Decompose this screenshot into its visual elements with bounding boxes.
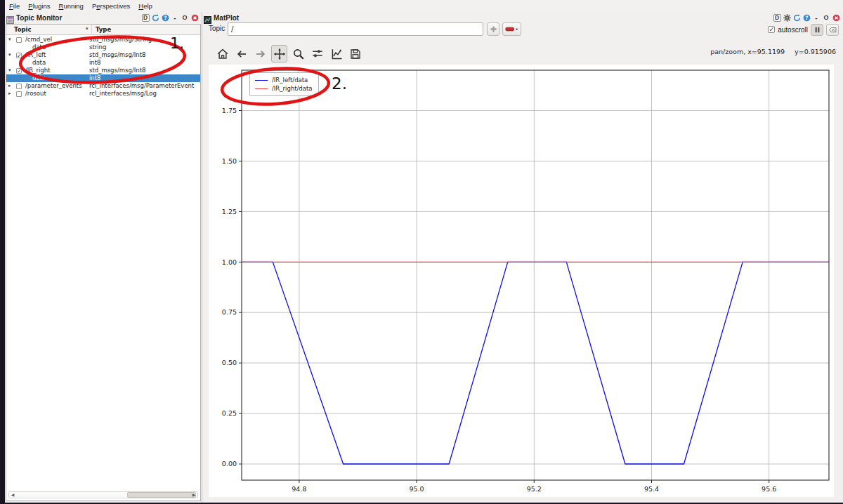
topic-monitor-titlebar: Topic Monitor D?-O — [5, 12, 202, 24]
topic-field-label: Topic — [209, 25, 225, 32]
matplot-topic-row: Topic ✓ autoscroll — [202, 22, 843, 37]
scrollbar-thumb[interactable] — [127, 492, 196, 498]
svg-text:1.00: 1.00 — [222, 258, 237, 266]
matplot-d-badge[interactable]: D — [773, 13, 781, 22]
menu-help[interactable]: Help — [134, 0, 157, 12]
horizontal-scrollbar[interactable]: ◀ ▶ — [8, 491, 198, 498]
matplot-minimize-icon[interactable]: - — [812, 13, 821, 22]
matplot-reload-icon[interactable] — [792, 13, 801, 22]
topic-tree-header[interactable]: Topic ▾ Type — [6, 25, 200, 35]
matplot-help-icon[interactable]: ? — [802, 13, 811, 22]
clear-button[interactable] — [826, 24, 839, 36]
legend-label: /IR_right/data — [272, 85, 313, 92]
tree-row-rosout[interactable]: ▸/rosoutrcl_interfaces/msg/Log — [6, 90, 200, 98]
svg-text:1.50: 1.50 — [222, 157, 237, 165]
plot-canvas[interactable]: 94.895.095.295.495.60.000.250.500.751.00… — [209, 65, 834, 497]
svg-text:95.0: 95.0 — [410, 485, 424, 493]
back-button[interactable] — [233, 45, 249, 62]
matplot-close-icon[interactable] — [832, 13, 840, 22]
autoscroll-checkbox[interactable]: ✓ — [768, 26, 775, 33]
topic-name: data — [32, 74, 46, 82]
topic-monitor-panel: Topic Monitor D?-O Topic ▾ Type ▾/cmd_ve… — [5, 12, 202, 503]
legend-entry: /IR_right/data — [255, 84, 313, 93]
rqt-window: FilePluginsRunningPerspectivesHelp Topic… — [5, 0, 843, 503]
column-header-type[interactable]: Type — [96, 26, 111, 33]
svg-text:?: ? — [805, 15, 808, 21]
annotation-label-2: 2. — [332, 74, 347, 93]
svg-text:0.00: 0.00 — [222, 460, 237, 467]
forward-button[interactable] — [252, 45, 268, 62]
topic-checkbox[interactable] — [16, 91, 22, 97]
subplots-button[interactable] — [309, 45, 325, 62]
topic-input[interactable] — [228, 22, 483, 36]
topic-monitor-minimize-icon[interactable]: - — [171, 13, 179, 22]
add-topic-button[interactable] — [487, 22, 499, 36]
matplot-plugin-icon — [204, 14, 211, 22]
save-button[interactable] — [347, 45, 363, 62]
matplot-settings-gear-icon[interactable] — [783, 13, 791, 22]
matplot-panel: MatPlot D?-O Topic ✓ autoscroll — [202, 12, 843, 503]
tree-row-IR_left[interactable]: ▾✓/IR_leftstd_msgs/msg/Int8 — [6, 51, 200, 59]
menu-perspectives[interactable]: Perspectives — [88, 0, 134, 12]
autoscroll-group: ✓ autoscroll — [768, 22, 839, 37]
menu-file[interactable]: File — [5, 0, 24, 12]
topic-type: std_msgs/msg/Int8 — [89, 51, 145, 59]
svg-text:1.25: 1.25 — [222, 208, 237, 215]
desktop-background: FilePluginsRunningPerspectivesHelp Topic… — [0, 0, 843, 504]
topic-checkbox[interactable]: ✓ — [16, 53, 22, 58]
topic-name: /IR_left — [25, 51, 46, 59]
column-header-topic[interactable]: Topic — [14, 26, 32, 33]
menu-plugins[interactable]: Plugins — [24, 0, 54, 12]
tree-row-parameter_events[interactable]: ▸/parameter_eventsrcl_interfaces/msg/Par… — [6, 82, 200, 90]
svg-text:94.8: 94.8 — [292, 485, 306, 493]
zoom-button[interactable] — [290, 45, 306, 62]
expand-arrow-icon[interactable]: ▸ — [8, 82, 15, 90]
collapse-arrow-icon[interactable]: ▾ — [8, 51, 15, 59]
topic-name: /rosout — [25, 90, 46, 98]
pan-button[interactable] — [271, 45, 287, 62]
scroll-right-arrow-icon[interactable]: ▶ — [190, 492, 197, 498]
topic-name: data — [32, 44, 46, 51]
topic-monitor-float-icon[interactable]: O — [181, 13, 189, 22]
topic-name: /cmd_vel — [25, 36, 52, 44]
svg-text:0.50: 0.50 — [222, 359, 237, 366]
tree-row-data[interactable]: dataint8 — [6, 59, 200, 67]
scroll-left-arrow-icon[interactable]: ◀ — [9, 492, 16, 498]
panel-title-topic-monitor: Topic Monitor — [16, 14, 62, 22]
legend-entry: /IR_left/data — [255, 76, 313, 84]
svg-text:95.2: 95.2 — [527, 485, 542, 493]
collapse-arrow-icon[interactable]: ▾ — [8, 36, 15, 44]
topic-checkbox[interactable]: ✓ — [16, 68, 22, 74]
topic-monitor-help-icon[interactable]: ? — [161, 13, 169, 22]
status-y: y=0.915906 — [795, 48, 836, 55]
tree-row-IR_right[interactable]: ▾✓/IR_rightstd_msgs/msg/Int8 — [6, 67, 200, 74]
topic-checkbox[interactable] — [16, 84, 22, 89]
sort-indicator-icon: ▾ — [86, 26, 89, 32]
panel-title-matplot: MatPlot — [214, 14, 239, 22]
topic-checkbox[interactable] — [16, 37, 22, 43]
topic-monitor-close-icon[interactable] — [190, 13, 199, 22]
legend-label: /IR_left/data — [272, 77, 308, 84]
svg-text:1.75: 1.75 — [222, 107, 237, 114]
collapse-arrow-icon[interactable]: ▾ — [8, 67, 15, 74]
topic-type: rcl_interfaces/msg/ParameterEvent — [89, 82, 194, 90]
topic-type: std_msgs/msg/String — [89, 36, 152, 44]
home-button[interactable] — [214, 45, 230, 62]
topic-type: std_msgs/msg/Int8 — [89, 67, 145, 74]
status-mode-x: pan/zoom, x=95.1199 — [710, 48, 785, 55]
matplotlib-toolbar — [214, 44, 363, 63]
tree-row-data[interactable]: dataint8 — [6, 74, 200, 82]
remove-topic-button[interactable] — [502, 22, 521, 36]
topic-monitor-reload-icon[interactable] — [151, 13, 159, 22]
topic-monitor-d-badge[interactable]: D — [141, 13, 150, 22]
expand-arrow-icon[interactable]: ▸ — [8, 90, 15, 98]
column-divider[interactable] — [91, 25, 92, 34]
svg-text:95.4: 95.4 — [644, 485, 659, 493]
customize-button[interactable] — [328, 45, 344, 62]
svg-text:?: ? — [164, 15, 166, 21]
pause-button[interactable] — [811, 24, 823, 36]
topic-monitor-plugin-icon — [6, 14, 14, 22]
menu-running[interactable]: Running — [55, 0, 88, 12]
topic-name: /IR_right — [25, 67, 51, 74]
matplot-float-icon[interactable]: O — [822, 13, 830, 22]
